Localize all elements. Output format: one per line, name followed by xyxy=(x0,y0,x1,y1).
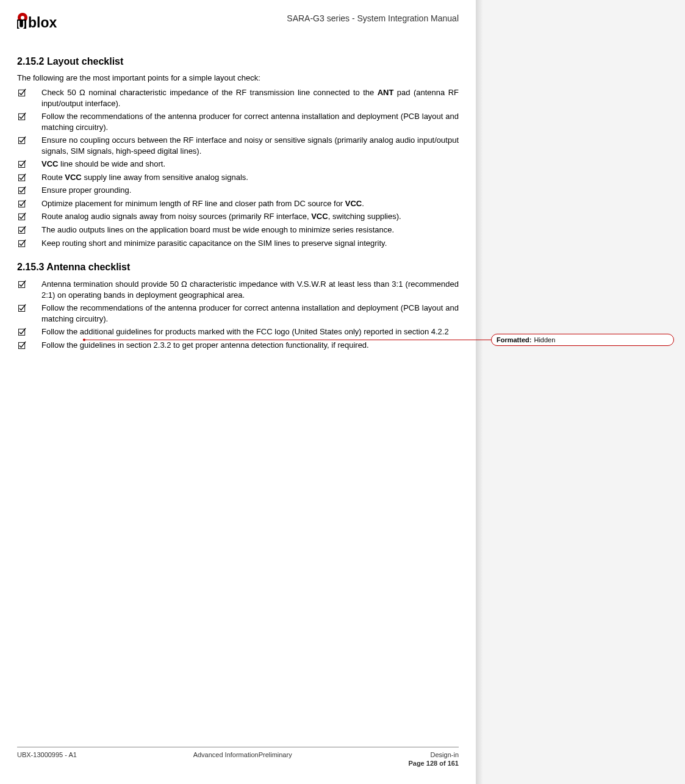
checklist-text: Optimize placement for minimum length of… xyxy=(41,198,459,209)
checkbox-icon xyxy=(17,87,41,96)
checkbox-icon xyxy=(17,279,41,288)
checked-box-icon xyxy=(18,328,26,336)
checklist-text: Follow the recommendations of the antenn… xyxy=(41,303,459,324)
checked-box-icon xyxy=(18,173,26,181)
checked-box-icon xyxy=(18,212,26,220)
section-reference: 4.2.2 xyxy=(431,327,449,336)
svg-text:blox: blox xyxy=(28,15,57,31)
checklist-item: Follow the recommendations of the antenn… xyxy=(17,111,459,132)
checklist-text: Ensure proper grounding. xyxy=(41,185,459,196)
checkbox-icon xyxy=(17,185,41,194)
checklist-item: Ensure no coupling occurs between the RF… xyxy=(17,135,459,156)
checkbox-icon xyxy=(17,340,41,349)
svg-point-1 xyxy=(21,16,24,20)
document-page: blox SARA-G3 series - System Integration… xyxy=(0,0,476,784)
footer-classification: Advanced InformationPreliminary xyxy=(77,751,409,767)
checkbox-icon xyxy=(17,111,41,120)
revision-pane xyxy=(488,0,685,784)
page-header: blox SARA-G3 series - System Integration… xyxy=(17,12,459,39)
checklist-text: Route VCC supply line away from sensitiv… xyxy=(41,172,459,183)
page-content: 2.15.2 Layout checklist The following ar… xyxy=(17,56,459,353)
checklist-text: Route analog audio signals away from noi… xyxy=(41,211,459,222)
checked-box-icon xyxy=(18,226,26,234)
callout-label: Formatted: xyxy=(497,336,531,343)
section-number: 2.15.2 xyxy=(17,56,44,67)
antenna-checklist: Antenna termination should provide 50 Ω … xyxy=(17,279,459,350)
page-shadow xyxy=(476,0,488,784)
section-title: Antenna checklist xyxy=(46,262,130,272)
checklist-item: Keep routing short and minimize parasiti… xyxy=(17,238,459,249)
checkbox-icon xyxy=(17,159,41,168)
checklist-item: Route VCC supply line away from sensitiv… xyxy=(17,172,459,183)
checklist-item: Follow the guidelines in section 2.3.2 t… xyxy=(17,340,459,351)
checkbox-icon xyxy=(17,172,41,181)
checklist-text: Ensure no coupling occurs between the RF… xyxy=(41,135,459,156)
ublox-logo-icon: blox xyxy=(17,12,75,37)
footer-page-number: Page 128 of 161 xyxy=(408,760,459,767)
checkbox-icon xyxy=(17,198,41,207)
checklist-item: Follow the additional guidelines for pro… xyxy=(17,326,459,337)
checked-box-icon xyxy=(18,160,26,168)
checklist-item: Follow the recommendations of the antenn… xyxy=(17,303,459,324)
checklist-text: Check 50 Ω nominal characteristic impeda… xyxy=(41,87,459,109)
section-intro: The following are the most important poi… xyxy=(17,73,459,82)
checkbox-icon xyxy=(17,303,41,312)
footer-right: Design-in Page 128 of 161 xyxy=(408,751,459,767)
checked-box-icon xyxy=(18,186,26,194)
checklist-item: VCC line should be wide and short. xyxy=(17,159,459,170)
checklist-item: Check 50 Ω nominal characteristic impeda… xyxy=(17,87,459,109)
section-number: 2.15.3 xyxy=(17,262,44,272)
checklist-text: Follow the recommendations of the antenn… xyxy=(41,111,459,132)
footer-section-name: Design-in xyxy=(431,751,459,758)
checklist-item: Route analog audio signals away from noi… xyxy=(17,211,459,222)
checked-box-icon xyxy=(18,341,26,349)
checklist-text: Antenna termination should provide 50 Ω … xyxy=(41,279,459,300)
footer-doc-id: UBX-13000995 - A1 xyxy=(17,751,77,767)
checked-box-icon xyxy=(18,200,26,207)
checkbox-icon xyxy=(17,238,41,247)
checklist-text: Keep routing short and minimize parasiti… xyxy=(41,238,459,249)
checkbox-icon xyxy=(17,211,41,220)
checked-box-icon xyxy=(18,304,26,312)
checked-box-icon xyxy=(18,280,26,288)
checklist-text: The audio outputs lines on the applicati… xyxy=(41,225,459,236)
section-title: Layout checklist xyxy=(47,56,123,67)
document-title: SARA-G3 series - System Integration Manu… xyxy=(287,12,459,23)
checklist-item: The audio outputs lines on the applicati… xyxy=(17,225,459,236)
checklist-item: Optimize placement for minimum length of… xyxy=(17,198,459,209)
checked-box-icon xyxy=(18,112,26,120)
layout-checklist: Check 50 Ω nominal characteristic impeda… xyxy=(17,87,459,248)
ublox-logo: blox xyxy=(17,12,75,37)
checklist-text: VCC line should be wide and short. xyxy=(41,159,459,170)
checklist-item: Antenna termination should provide 50 Ω … xyxy=(17,279,459,300)
checklist-text: Follow the additional guidelines for pro… xyxy=(41,326,459,337)
page-footer: UBX-13000995 - A1 Advanced InformationPr… xyxy=(17,747,459,767)
revision-callout[interactable]: Formatted: Hidden xyxy=(491,334,674,346)
checked-box-icon xyxy=(18,136,26,144)
checked-box-icon xyxy=(18,88,26,96)
checklist-text: Follow the guidelines in section 2.3.2 t… xyxy=(41,340,459,351)
checkbox-icon xyxy=(17,225,41,234)
checklist-item: Ensure proper grounding. xyxy=(17,185,459,196)
checked-box-icon xyxy=(18,239,26,247)
section-heading-antenna: 2.15.3 Antenna checklist xyxy=(17,262,459,273)
checkbox-icon xyxy=(17,135,41,144)
section-heading-layout: 2.15.2 Layout checklist xyxy=(17,56,459,67)
callout-value: Hidden xyxy=(534,336,555,343)
checkbox-icon xyxy=(17,326,41,336)
